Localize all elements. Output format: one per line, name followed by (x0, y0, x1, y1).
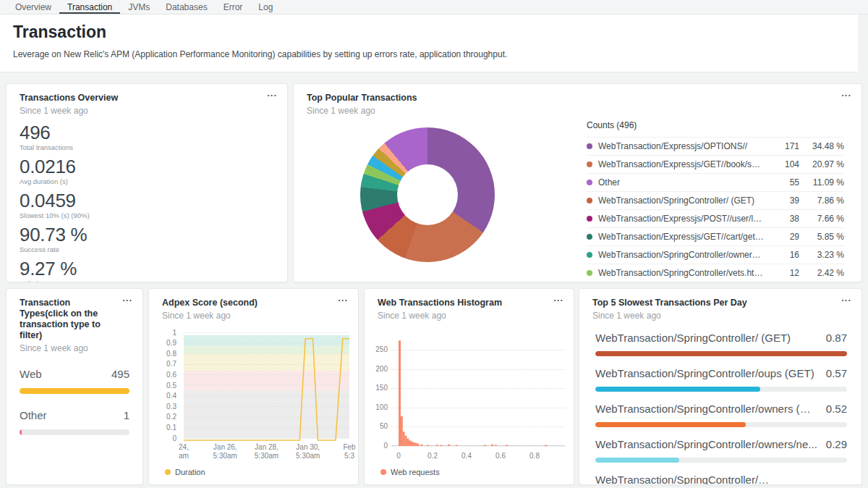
page-subtitle: Leverage on New Relic's APM (Application… (0, 42, 858, 59)
adpex-legend-item[interactable]: Duration (165, 468, 205, 476)
y-axis-tick-label: 50 (366, 422, 388, 430)
y-axis-tick-label: 0.7 (155, 360, 176, 368)
top5-rows: WebTransaction/SpringController/ (GET)0.… (579, 321, 861, 485)
series-color-dot (587, 180, 592, 185)
y-axis-tick-label: 250 (366, 345, 388, 353)
legend-row-percent: 11.09 % (799, 177, 844, 188)
panel-top5-slowest: Top 5 Slowest Transactions Per Day Since… (579, 288, 862, 485)
tab-log[interactable]: Log (250, 0, 281, 14)
panel-timerange: Since 1 week ago (20, 106, 263, 116)
panel-header: Transaction Types(click on the transacti… (7, 289, 142, 353)
panel-menu-icon[interactable]: ... (267, 88, 277, 98)
stat-label: Failed rate (20, 279, 287, 282)
transaction-name: WebTransaction/SpringController/ (GET) (595, 331, 798, 345)
page-header: Transaction Leverage on New Relic's APM … (0, 14, 858, 72)
type-label: Other (20, 409, 47, 421)
tab-jvms[interactable]: JVMs (120, 0, 158, 14)
legend-row-label: WebTransaction/Expressjs/GET//book/searc… (598, 159, 770, 169)
panel-header: Top Popular Transactions Since 1 week ag… (294, 84, 861, 116)
slow-transaction-header: WebTransaction/SpringController/… (595, 473, 847, 485)
legend-row-label: Other (598, 177, 770, 188)
legend-row-count: 16 (770, 250, 799, 260)
slow-transaction-row[interactable]: WebTransaction/SpringController/owners/n… (595, 437, 847, 463)
tab-overview[interactable]: Overview (7, 0, 59, 14)
stat-slowest-10-s-90-: 0.0459Slowest 10% (s) (90%) (20, 191, 287, 219)
x-tick-line: Feb (331, 443, 359, 452)
transaction-name: WebTransaction/SpringController/… (595, 473, 776, 485)
legend-row[interactable]: WebTransaction/SpringController/ (GET)39… (587, 191, 844, 209)
panel-header: Top 5 Slowest Transactions Per Day Since… (579, 289, 861, 321)
legend-row[interactable]: WebTransaction/Expressjs/GET//cart/getSi… (587, 227, 844, 245)
transaction-duration: 0.87 (826, 331, 847, 345)
panel-menu-icon[interactable]: ... (841, 88, 851, 98)
y-axis-tick-label: 0.9 (155, 339, 176, 347)
x-axis-tick-label: Jan 26,5:30am (206, 443, 244, 460)
type-row-web[interactable]: Web495 (20, 368, 129, 394)
top-nav: OverviewTransactionJVMsDatabasesErrorLog (0, 0, 868, 14)
panel-timerange: Since 1 week ago (20, 343, 118, 353)
panel-title: Transactions Overview (20, 93, 263, 104)
stat-value: 0.0216 (20, 157, 287, 177)
slow-transaction-header: WebTransaction/SpringController/owners/n… (595, 437, 847, 452)
duration-line-svg (184, 332, 349, 442)
panel-menu-icon[interactable]: ... (122, 293, 132, 303)
page-title: Transaction (0, 14, 858, 42)
histogram-legend-item[interactable]: Web requests (380, 468, 440, 476)
legend-row[interactable]: WebTransaction/SpringController/owners/f… (587, 245, 844, 264)
legend-row-label: WebTransaction/Expressjs/OPTIONS// (598, 141, 770, 151)
series-color-dot (587, 161, 592, 167)
donut-legend: Counts (496) WebTransaction/Expressjs/OP… (587, 120, 844, 282)
stat-avg-duration-s-: 0.0216Avg duration (s) (20, 157, 287, 185)
tab-databases[interactable]: Databases (158, 0, 215, 14)
x-tick-line: 24, (165, 443, 203, 452)
y-axis-tick-label: 1 (155, 329, 176, 337)
legend-row-count: 38 (770, 214, 799, 224)
legend-row-label: WebTransaction/SpringController/vets.htm… (598, 268, 770, 278)
stat-label: Success rate (20, 245, 287, 253)
slow-transaction-row[interactable]: WebTransaction/SpringController/owners (… (595, 402, 847, 427)
x-tick-line: Jan 28, (248, 443, 286, 452)
y-axis-tick-label: 0.4 (155, 392, 176, 400)
duration-bar-track (595, 458, 847, 463)
donut-chart[interactable] (360, 127, 495, 262)
tab-error[interactable]: Error (216, 0, 251, 14)
panel-transaction-types: Transaction Types(click on the transacti… (6, 288, 143, 485)
panel-menu-icon[interactable]: ... (841, 293, 851, 303)
tab-transaction[interactable]: Transaction (59, 0, 120, 14)
transaction-name: WebTransaction/SpringController/oups (GE… (595, 366, 822, 381)
legend-row[interactable]: WebTransaction/Expressjs/OPTIONS//17134.… (587, 137, 844, 155)
panel-menu-icon[interactable]: ... (338, 293, 348, 303)
histogram-chart[interactable] (391, 332, 565, 446)
slow-transaction-row[interactable]: WebTransaction/SpringController/oups (GE… (595, 366, 847, 392)
type-row-other[interactable]: Other1 (20, 409, 129, 435)
y-axis-tick-label: 0 (366, 442, 388, 450)
legend-row-count: 104 (770, 159, 799, 169)
legend-row[interactable]: WebTransaction/Expressjs/GET//book/searc… (587, 155, 844, 173)
legend-row[interactable]: WebTransaction/SpringController/vets.htm… (587, 264, 844, 282)
panel-title: Top Popular Transactions (307, 93, 837, 104)
legend-row-percent: 20.97 % (799, 159, 844, 169)
duration-bar-fill (595, 422, 746, 427)
slow-transaction-row[interactable]: WebTransaction/SpringController/… (595, 473, 847, 485)
series-color-dot (587, 270, 592, 276)
y-axis-tick-label: 0.1 (155, 424, 176, 432)
type-bar-track (20, 429, 129, 435)
x-tick-line: Jan 26, (206, 443, 244, 452)
panel-web-transactions-histogram: Web Transactions Histogram Since 1 week … (364, 288, 574, 485)
duration-bar-track (595, 387, 847, 392)
y-axis-tick-label: 0.6 (155, 371, 176, 379)
panel-header: Web Transactions Histogram Since 1 week … (365, 289, 574, 321)
stat-value: 9.27 % (20, 259, 287, 279)
legend-row-percent: 5.85 % (799, 232, 844, 242)
stat-value: 496 (20, 123, 287, 143)
legend-row-percent: 7.86 % (799, 195, 844, 206)
legend-row-count: 39 (770, 195, 799, 206)
panel-menu-icon[interactable]: ... (553, 293, 563, 303)
transaction-duration: 0.29 (826, 437, 847, 452)
legend-row[interactable]: Other5511.09 % (587, 173, 844, 191)
x-tick-line: 5:3 (331, 452, 359, 460)
slow-transaction-row[interactable]: WebTransaction/SpringController/ (GET)0.… (595, 331, 847, 356)
y-axis-tick-label: 0.8 (155, 350, 176, 358)
adpex-line-chart[interactable] (184, 332, 349, 438)
legend-row[interactable]: WebTransaction/Expressjs/POST//user/logi… (587, 209, 844, 227)
